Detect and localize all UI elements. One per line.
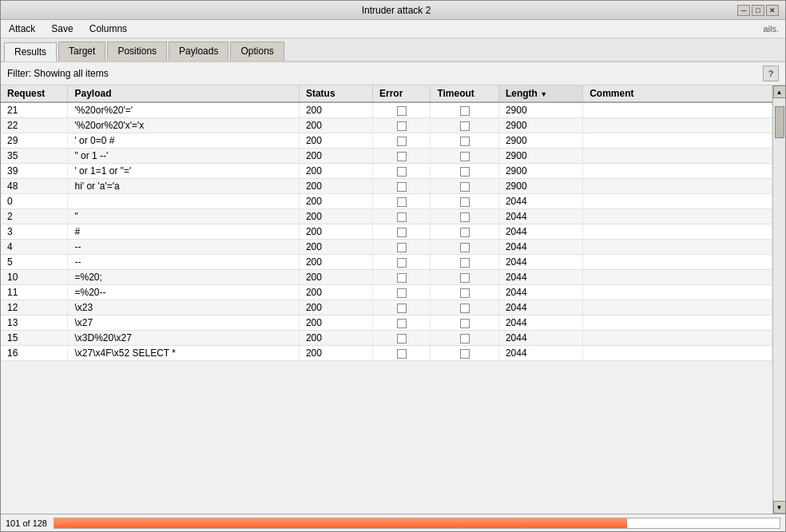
- cell-payload: ' or 1=1 or "=': [68, 164, 299, 179]
- cell-comment: [583, 300, 772, 316]
- scroll-track[interactable]: [774, 98, 785, 501]
- close-button[interactable]: ✕: [766, 5, 779, 16]
- cell-request: 0: [1, 194, 68, 209]
- col-request[interactable]: Request: [1, 85, 68, 102]
- error-checkbox[interactable]: [397, 152, 407, 161]
- cell-request: 39: [1, 164, 68, 179]
- cell-status: 200: [299, 285, 372, 300]
- table-row[interactable]: 16\x27\x4F\x52 SELECT *2002044: [1, 346, 772, 361]
- error-checkbox[interactable]: [397, 334, 407, 343]
- main-window: Intruder attack 2 ─ □ ✕ Attack Save Colu…: [0, 0, 786, 532]
- cell-timeout: [431, 270, 499, 285]
- error-checkbox[interactable]: [397, 182, 407, 192]
- menu-save[interactable]: Save: [46, 22, 77, 36]
- cell-payload: '%20or%20'=': [68, 102, 299, 118]
- error-checkbox[interactable]: [397, 228, 407, 237]
- cell-comment: [583, 316, 772, 331]
- timeout-checkbox[interactable]: [460, 273, 470, 283]
- timeout-checkbox[interactable]: [460, 258, 470, 268]
- error-checkbox[interactable]: [397, 137, 407, 146]
- table-row[interactable]: 35" or 1 --'2002900: [1, 149, 772, 164]
- cell-timeout: [431, 300, 499, 316]
- table-row[interactable]: 5--2002044: [1, 255, 772, 270]
- table-row[interactable]: 21'%20or%20'='2002900: [1, 102, 772, 118]
- error-checkbox[interactable]: [397, 273, 407, 283]
- table-row[interactable]: 02002044: [1, 194, 772, 209]
- cell-length: 2044: [498, 255, 582, 270]
- timeout-checkbox[interactable]: [460, 106, 470, 116]
- col-status[interactable]: Status: [299, 85, 372, 102]
- col-error[interactable]: Error: [373, 85, 431, 102]
- error-checkbox[interactable]: [397, 243, 407, 252]
- timeout-checkbox[interactable]: [460, 243, 470, 252]
- timeout-checkbox[interactable]: [460, 197, 470, 207]
- error-checkbox[interactable]: [397, 258, 407, 268]
- tab-target[interactable]: Target: [58, 42, 105, 61]
- table-row[interactable]: 4--2002044: [1, 240, 772, 255]
- col-comment[interactable]: Comment: [583, 85, 772, 102]
- table-row[interactable]: 15\x3D%20\x272002044: [1, 331, 772, 346]
- cell-length: 2044: [498, 240, 582, 255]
- table-row[interactable]: 13\x272002044: [1, 316, 772, 331]
- error-checkbox[interactable]: [397, 106, 407, 116]
- table-wrapper[interactable]: Request Payload Status Error Timeout Len…: [1, 85, 772, 514]
- timeout-checkbox[interactable]: [460, 212, 470, 222]
- cell-request: 13: [1, 316, 68, 331]
- table-row[interactable]: 11=%20--2002044: [1, 285, 772, 300]
- error-checkbox[interactable]: [397, 319, 407, 328]
- col-payload[interactable]: Payload: [68, 85, 299, 102]
- vertical-scrollbar[interactable]: ▲ ▼: [772, 85, 785, 514]
- tab-payloads[interactable]: Payloads: [169, 42, 228, 61]
- status-bar: 101 of 128: [1, 514, 785, 531]
- timeout-checkbox[interactable]: [460, 319, 470, 328]
- tab-positions[interactable]: Positions: [107, 42, 167, 61]
- error-checkbox[interactable]: [397, 197, 407, 207]
- error-checkbox[interactable]: [397, 288, 407, 298]
- cell-status: 200: [299, 270, 372, 285]
- timeout-checkbox[interactable]: [460, 152, 470, 161]
- tab-results[interactable]: Results: [4, 42, 57, 62]
- timeout-checkbox[interactable]: [460, 288, 470, 298]
- timeout-checkbox[interactable]: [460, 121, 470, 131]
- scroll-down-button[interactable]: ▼: [773, 501, 786, 514]
- error-checkbox[interactable]: [397, 212, 407, 222]
- table-row[interactable]: 39' or 1=1 or "='2002900: [1, 164, 772, 179]
- timeout-checkbox[interactable]: [460, 137, 470, 146]
- timeout-checkbox[interactable]: [460, 334, 470, 343]
- cell-payload: --: [68, 240, 299, 255]
- timeout-checkbox[interactable]: [460, 167, 470, 177]
- table-row[interactable]: 2"2002044: [1, 209, 772, 224]
- side-note: ails.: [763, 24, 782, 34]
- timeout-checkbox[interactable]: [460, 304, 470, 313]
- table-row[interactable]: 22'%20or%20'x'='x2002900: [1, 118, 772, 133]
- timeout-checkbox[interactable]: [460, 182, 470, 192]
- minimize-button[interactable]: ─: [737, 5, 750, 16]
- cell-payload: hi' or 'a'='a: [68, 179, 299, 194]
- cell-status: 200: [299, 224, 372, 240]
- maximize-button[interactable]: □: [752, 5, 764, 16]
- scroll-thumb[interactable]: [775, 106, 784, 138]
- progress-bar-container: [54, 518, 780, 529]
- help-button[interactable]: ?: [763, 66, 779, 81]
- table-row[interactable]: 12\x232002044: [1, 300, 772, 316]
- scroll-up-button[interactable]: ▲: [773, 85, 786, 98]
- col-length[interactable]: Length ▼: [498, 85, 582, 102]
- timeout-checkbox[interactable]: [460, 349, 470, 359]
- error-checkbox[interactable]: [397, 167, 407, 177]
- error-checkbox[interactable]: [397, 121, 407, 131]
- error-checkbox[interactable]: [397, 349, 407, 359]
- table-row[interactable]: 29' or 0=0 #2002900: [1, 133, 772, 149]
- menu-attack[interactable]: Attack: [4, 22, 40, 36]
- tab-bar: Results Target Positions Payloads Option…: [1, 38, 785, 62]
- menu-columns[interactable]: Columns: [85, 22, 132, 36]
- tab-options[interactable]: Options: [230, 42, 284, 61]
- table-row[interactable]: 48hi' or 'a'='a2002900: [1, 179, 772, 194]
- table-body: 21'%20or%20'='200290022'%20or%20'x'='x20…: [1, 102, 772, 361]
- col-timeout[interactable]: Timeout: [431, 85, 499, 102]
- error-checkbox[interactable]: [397, 304, 407, 313]
- table-row[interactable]: 3#2002044: [1, 224, 772, 240]
- table-row[interactable]: 10=%20;2002044: [1, 270, 772, 285]
- cell-timeout: [431, 133, 499, 149]
- timeout-checkbox[interactable]: [460, 228, 470, 237]
- cell-comment: [583, 179, 772, 194]
